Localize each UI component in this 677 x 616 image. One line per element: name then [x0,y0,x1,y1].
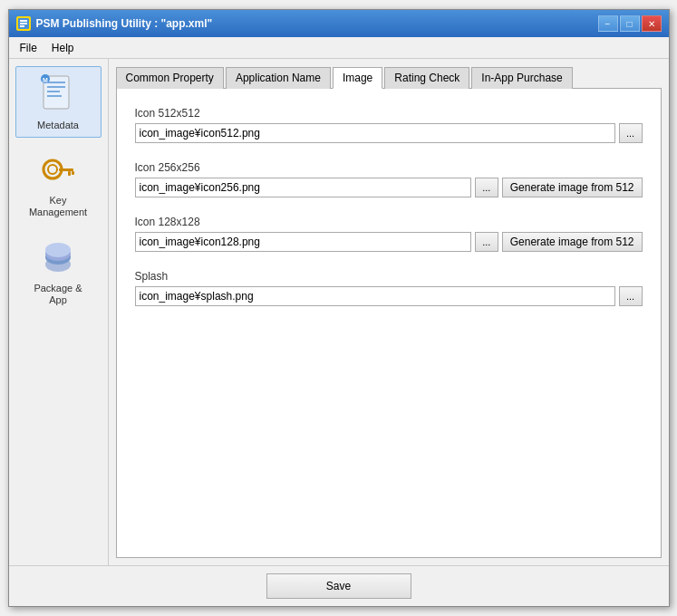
input-icon-128[interactable] [135,232,471,252]
window-controls: − □ ✕ [598,15,662,32]
field-label-icon-128: Icon 128x128 [135,216,643,228]
menu-help[interactable]: Help [44,40,82,56]
tab-in-app-purchase[interactable]: In-App Purchase [471,67,572,89]
input-icon-512[interactable] [135,123,615,143]
minimize-button[interactable]: − [598,15,618,32]
metadata-icon: M [36,72,80,116]
field-group-icon-512: Icon 512x512 ... [135,107,643,143]
tab-bar: Common Property Application Name Image R… [116,66,662,89]
field-group-icon-128: Icon 128x128 ... Generate image from 512 [135,216,643,252]
bottom-bar: Save [9,565,669,606]
browse-splash-button[interactable]: ... [619,286,643,306]
svg-rect-15 [72,171,74,175]
field-label-icon-256: Icon 256x256 [135,161,643,174]
svg-rect-8 [47,95,62,97]
field-row-icon-128: ... Generate image from 512 [135,232,643,252]
menu-bar: File Help [9,37,669,59]
svg-rect-1 [20,20,27,22]
tab-rating-check[interactable]: Rating Check [384,67,469,89]
input-icon-256[interactable] [135,178,471,197]
close-button[interactable]: ✕ [642,15,662,32]
svg-text:M: M [43,77,48,83]
svg-rect-13 [59,168,73,171]
sidebar-item-key-management[interactable]: Key Management [15,141,102,225]
browse-icon-256-button[interactable]: ... [475,178,498,197]
generate-icon-256-button[interactable]: Generate image from 512 [502,178,643,197]
browse-icon-512-button[interactable]: ... [619,123,643,143]
maximize-button[interactable]: □ [620,15,640,32]
content-area: Common Property Application Name Image R… [109,59,669,565]
field-row-icon-512: ... [135,123,643,143]
package-app-icon [36,236,80,279]
generate-icon-128-button[interactable]: Generate image from 512 [502,232,643,252]
key-management-icon [36,148,80,191]
input-splash[interactable] [135,286,615,306]
svg-rect-14 [68,171,71,176]
save-button[interactable]: Save [266,573,411,599]
field-group-splash: Splash ... [135,270,643,306]
svg-point-19 [45,243,71,257]
svg-rect-2 [20,23,27,24]
main-window: PSM Publishing Utility : "app.xml" − □ ✕… [8,9,670,607]
tab-application-name[interactable]: Application Name [226,67,331,89]
main-content: M Metadata Key Management [9,59,669,565]
tab-image[interactable]: Image [333,67,382,89]
field-label-icon-512: Icon 512x512 [135,107,643,120]
field-row-icon-256: ... Generate image from 512 [135,178,643,197]
svg-rect-5 [47,82,65,83]
sidebar-label-key-management: Key Management [20,195,97,218]
svg-rect-7 [47,91,60,92]
menu-file[interactable]: File [13,40,44,56]
sidebar-label-package-app: Package &App [34,283,82,306]
sidebar-label-metadata: Metadata [37,120,79,131]
sidebar-item-package-app[interactable]: Package &App [15,229,102,313]
svg-rect-3 [20,25,24,27]
sidebar-item-metadata[interactable]: M Metadata [15,66,102,138]
title-bar: PSM Publishing Utility : "app.xml" − □ ✕ [9,10,669,37]
window-title: PSM Publishing Utility : "app.xml" [36,17,213,30]
sidebar: M Metadata Key Management [9,59,109,565]
field-row-splash: ... [135,286,643,306]
field-label-splash: Splash [135,270,643,283]
tab-common-property[interactable]: Common Property [116,67,224,89]
tab-content-image: Icon 512x512 ... Icon 256x256 ... Genera… [116,89,662,558]
svg-rect-6 [47,86,65,88]
field-group-icon-256: Icon 256x256 ... Generate image from 512 [135,161,643,197]
browse-icon-128-button[interactable]: ... [475,232,498,252]
title-bar-left: PSM Publishing Utility : "app.xml" [16,16,213,31]
svg-point-12 [48,165,57,174]
app-icon [16,16,31,31]
